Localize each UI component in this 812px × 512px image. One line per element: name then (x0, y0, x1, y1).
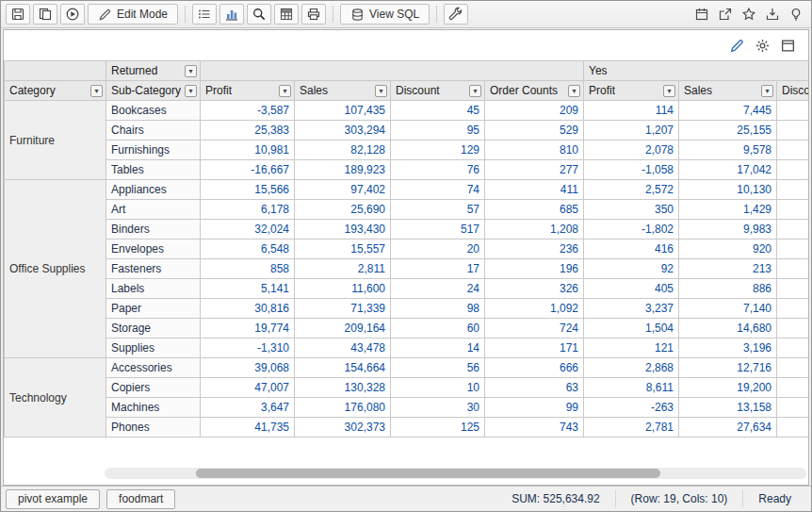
value-cell[interactable]: 130,328 (295, 378, 391, 398)
chart-view-button[interactable] (219, 4, 244, 25)
copy-button[interactable] (33, 4, 57, 25)
value-cell[interactable]: 25,383 (201, 121, 295, 140)
value-cell[interactable]: 411 (485, 180, 584, 200)
value-cell[interactable]: 1,208 (485, 220, 584, 239)
value-cell[interactable]: 9,578 (679, 140, 777, 160)
column-dropdown-button[interactable]: ▾ (568, 85, 580, 97)
subcategory-cell[interactable]: Binders (106, 220, 201, 239)
value-cell[interactable]: 529 (485, 121, 584, 140)
column-header-2[interactable]: Profit▾ (201, 81, 295, 101)
value-cell[interactable]: 121 (584, 339, 679, 358)
value-cell[interactable]: 14 (391, 339, 485, 358)
value-cell[interactable]: 3,237 (584, 299, 679, 319)
tools-button[interactable] (444, 4, 468, 25)
column-dropdown-button[interactable]: ▾ (375, 85, 387, 97)
value-cell[interactable]: 14,680 (679, 319, 777, 339)
value-cell[interactable]: 193,430 (295, 220, 391, 239)
value-cell[interactable]: 154,664 (295, 358, 391, 378)
value-cell[interactable]: 19,774 (201, 319, 295, 339)
value-cell[interactable]: 15,557 (295, 239, 391, 259)
subcategory-cell[interactable]: Machines (106, 398, 201, 418)
column-dropdown-button[interactable]: ▾ (761, 85, 773, 97)
subcategory-cell[interactable]: Phones (106, 418, 201, 438)
column-header-8[interactable]: Discount▾ (777, 81, 809, 101)
column-dropdown-button[interactable]: ▾ (90, 85, 103, 97)
returned-field-header[interactable]: Returned▾ (106, 61, 201, 81)
run-button[interactable] (60, 4, 85, 25)
value-cell[interactable]: 10,981 (201, 140, 295, 160)
subcategory-cell[interactable]: Copiers (106, 378, 201, 398)
value-cell[interactable]: 99 (485, 398, 584, 418)
subcategory-cell[interactable]: Bookcases (106, 101, 201, 121)
value-cell[interactable]: 2,811 (295, 259, 391, 279)
value-cell-clipped[interactable] (777, 358, 809, 378)
subcategory-cell[interactable]: Fasteners (106, 259, 201, 279)
column-group-blank[interactable] (201, 61, 584, 81)
value-cell-clipped[interactable] (777, 319, 809, 339)
category-cell[interactable]: Furniture (5, 101, 106, 180)
value-cell[interactable]: 277 (485, 160, 584, 180)
value-cell[interactable]: 97,402 (295, 180, 391, 200)
subcategory-cell[interactable]: Supplies (106, 339, 201, 358)
value-cell[interactable]: 1,092 (485, 299, 584, 319)
value-cell[interactable]: 2,868 (584, 358, 679, 378)
subcategory-cell[interactable]: Labels (106, 279, 201, 299)
favorite-button[interactable] (739, 4, 759, 25)
value-cell[interactable]: 920 (679, 239, 777, 259)
schedule-button[interactable] (691, 4, 712, 25)
value-cell[interactable]: 7,445 (679, 101, 777, 121)
value-cell[interactable]: 129 (391, 140, 485, 160)
value-cell[interactable]: 63 (485, 378, 584, 398)
value-cell[interactable]: 517 (391, 220, 485, 239)
column-header-3[interactable]: Sales▾ (295, 81, 391, 101)
value-cell[interactable]: 176,080 (295, 398, 391, 418)
value-cell[interactable]: 43,478 (295, 339, 391, 358)
value-cell[interactable]: 25,155 (679, 121, 777, 140)
value-cell[interactable]: 8,611 (584, 378, 679, 398)
value-cell[interactable]: 326 (485, 279, 584, 299)
value-cell[interactable]: 25,690 (295, 200, 391, 220)
value-cell[interactable]: 82,128 (295, 140, 391, 160)
value-cell[interactable]: 76 (391, 160, 485, 180)
value-cell-clipped[interactable] (777, 259, 809, 279)
value-cell[interactable]: -263 (584, 398, 679, 418)
column-group-yes[interactable]: Yes (584, 61, 809, 81)
value-cell[interactable]: 114 (584, 101, 679, 121)
value-cell[interactable]: 2,781 (584, 418, 679, 438)
column-header-1[interactable]: Sub-Category▾ (106, 81, 201, 101)
value-cell[interactable]: 1,504 (584, 319, 679, 339)
value-cell-clipped[interactable] (777, 339, 809, 358)
value-cell[interactable]: -1,310 (201, 339, 295, 358)
value-cell-clipped[interactable] (777, 418, 809, 438)
edit-mode-button[interactable]: Edit Mode (88, 4, 178, 25)
value-cell[interactable]: 47,007 (201, 378, 295, 398)
value-cell[interactable]: 209 (485, 101, 584, 121)
value-cell[interactable]: 12,716 (679, 358, 777, 378)
save-results-button[interactable] (6, 4, 30, 25)
value-cell-clipped[interactable] (777, 121, 809, 140)
value-cell[interactable]: 5,141 (201, 279, 295, 299)
value-cell[interactable]: 6,548 (201, 239, 295, 259)
value-cell[interactable]: 213 (679, 259, 777, 279)
column-dropdown-button[interactable]: ▾ (185, 65, 197, 77)
subcategory-cell[interactable]: Tables (106, 160, 201, 180)
value-cell[interactable]: 209,164 (295, 319, 391, 339)
list-view-button[interactable] (192, 4, 217, 25)
value-cell[interactable]: 19,200 (679, 378, 777, 398)
column-dropdown-button[interactable]: ▾ (663, 85, 675, 97)
column-header-4[interactable]: Discount▾ (391, 81, 485, 101)
value-cell[interactable]: 1,207 (584, 121, 679, 140)
value-cell[interactable]: 1,429 (679, 200, 777, 220)
value-cell-clipped[interactable] (777, 200, 809, 220)
value-cell[interactable]: 20 (391, 239, 485, 259)
subcategory-cell[interactable]: Art (106, 200, 201, 220)
value-cell[interactable]: 2,572 (584, 180, 679, 200)
value-cell-clipped[interactable] (777, 180, 809, 200)
share-button[interactable] (715, 4, 736, 25)
value-cell[interactable]: 74 (391, 180, 485, 200)
value-cell[interactable]: 107,435 (295, 101, 391, 121)
tab-pivot-example[interactable]: pivot example (6, 489, 100, 509)
value-cell-clipped[interactable] (777, 239, 809, 259)
value-cell[interactable]: 30,816 (201, 299, 295, 319)
value-cell[interactable]: 666 (485, 358, 584, 378)
